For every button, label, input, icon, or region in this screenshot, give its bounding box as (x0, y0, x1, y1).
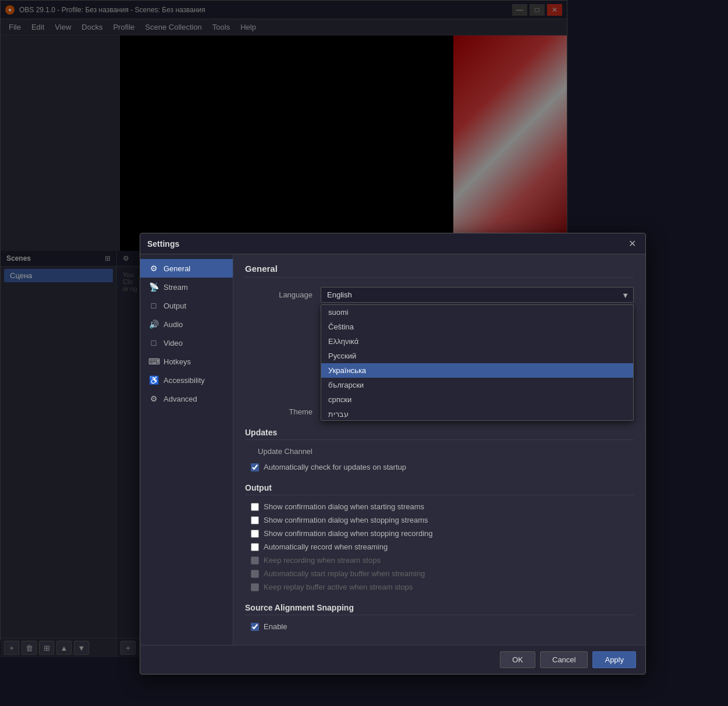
sidebar-item-output[interactable]: □ Output (140, 296, 233, 315)
cb1-label[interactable]: Show confirmation dialog when starting s… (264, 502, 424, 511)
settings-content: General Language English ▼ suomi Čeština (233, 254, 645, 645)
lang-option-cestina[interactable]: Čeština (321, 320, 633, 334)
cb4-row: Automatically record when streaming (245, 542, 634, 551)
cb4-label[interactable]: Automatically record when streaming (264, 542, 388, 551)
settings-sidebar: ⚙ General 📡 Stream □ Output 🔊 Audio □ (140, 254, 233, 645)
sidebar-label-stream: Stream (164, 283, 188, 292)
cb7-checkbox (251, 583, 259, 591)
language-dropdown[interactable]: English ▼ (321, 287, 634, 303)
sidebar-item-accessibility[interactable]: ♿ Accessibility (140, 371, 233, 389)
sidebar-label-general: General (164, 264, 190, 273)
cb7-row: Keep replay buffer active when stream st… (245, 583, 634, 591)
update-channel-label: Update Channel (245, 447, 321, 456)
apply-button[interactable]: Apply (592, 651, 636, 668)
lang-option-serbian[interactable]: српски (321, 392, 633, 407)
language-options-list: suomi Čeština Ελληνικά Русский Українськ… (321, 304, 634, 421)
settings-dialog: Settings ✕ ⚙ General 📡 Stream □ Output (140, 233, 646, 675)
settings-overlay: Settings ✕ ⚙ General 📡 Stream □ Output (0, 0, 728, 706)
cb6-row: Automatically start replay buffer when s… (245, 569, 634, 578)
cb6-label: Automatically start replay buffer when s… (264, 569, 425, 578)
updates-section-title: Updates (245, 428, 634, 440)
settings-titlebar: Settings ✕ (140, 233, 645, 254)
audio-icon: 🔊 (148, 320, 159, 329)
cb2-label[interactable]: Show confirmation dialog when stopping s… (264, 516, 428, 524)
cb5-row: Keep recording when stream stops (245, 556, 634, 565)
cb3-row: Show confirmation dialog when stopping r… (245, 529, 634, 538)
cb5-checkbox (251, 556, 259, 565)
cb3-checkbox[interactable] (251, 530, 259, 538)
hotkeys-icon: ⌨ (148, 357, 159, 366)
sidebar-item-hotkeys[interactable]: ⌨ Hotkeys (140, 352, 233, 371)
lang-option-ukrainian[interactable]: Українська (321, 363, 633, 378)
update-channel-row: Update Channel (245, 447, 634, 456)
sidebar-label-output: Output (164, 301, 186, 310)
auto-check-label[interactable]: Automatically check for updates on start… (264, 463, 406, 471)
language-label: Language (245, 290, 321, 299)
lang-option-suomi[interactable]: suomi (321, 305, 633, 320)
auto-check-row: Automatically check for updates on start… (245, 463, 634, 471)
settings-body: ⚙ General 📡 Stream □ Output 🔊 Audio □ (140, 254, 645, 645)
sidebar-label-advanced: Advanced (164, 395, 197, 403)
output-section-title: Output (245, 483, 634, 495)
cancel-button[interactable]: Cancel (540, 651, 588, 668)
advanced-icon: ⚙ (148, 394, 159, 403)
section-title-general: General (245, 264, 634, 278)
snapping-section-title: Source Alignment Snapping (245, 603, 634, 615)
enable-row: Enable (245, 622, 634, 631)
output-icon: □ (148, 301, 159, 310)
theme-label: Theme (245, 407, 321, 416)
enable-checkbox[interactable] (251, 623, 259, 631)
lang-option-greek[interactable]: Ελληνικά (321, 334, 633, 349)
accessibility-icon: ♿ (148, 375, 159, 385)
video-icon: □ (148, 338, 159, 347)
sidebar-label-accessibility: Accessibility (164, 376, 205, 385)
cb1-checkbox[interactable] (251, 503, 259, 511)
cb5-label: Keep recording when stream stops (264, 556, 381, 565)
sidebar-item-general[interactable]: ⚙ General (140, 259, 233, 278)
sidebar-item-video[interactable]: □ Video (140, 334, 233, 352)
settings-close-button[interactable]: ✕ (626, 238, 638, 249)
cb3-label[interactable]: Show confirmation dialog when stopping r… (264, 529, 433, 538)
sidebar-label-hotkeys: Hotkeys (164, 357, 191, 366)
lang-option-russian[interactable]: Русский (321, 349, 633, 363)
settings-footer: OK Cancel Apply (140, 645, 645, 674)
cb7-label: Keep replay buffer active when stream st… (264, 583, 413, 591)
sidebar-label-audio: Audio (164, 320, 183, 329)
gear-icon: ⚙ (148, 264, 159, 273)
lang-option-bulgarian[interactable]: български (321, 378, 633, 392)
cb1-row: Show confirmation dialog when starting s… (245, 502, 634, 511)
sidebar-item-audio[interactable]: 🔊 Audio (140, 315, 233, 334)
cb6-checkbox (251, 570, 259, 578)
sidebar-label-video: Video (164, 339, 183, 347)
language-control: English ▼ suomi Čeština Ελληνικά Русский… (321, 287, 634, 303)
lang-option-hebrew[interactable]: עברית (321, 407, 633, 421)
sidebar-item-stream[interactable]: 📡 Stream (140, 278, 233, 296)
language-row: Language English ▼ suomi Čeština Ελληνικ… (245, 287, 634, 303)
enable-label[interactable]: Enable (264, 622, 287, 631)
stream-icon: 📡 (148, 282, 159, 292)
dropdown-arrow-icon: ▼ (622, 290, 629, 299)
sidebar-item-advanced[interactable]: ⚙ Advanced (140, 389, 233, 408)
language-value: English (327, 290, 352, 299)
ok-button[interactable]: OK (500, 651, 535, 668)
cb2-row: Show confirmation dialog when stopping s… (245, 516, 634, 524)
auto-check-checkbox[interactable] (251, 463, 259, 471)
settings-title: Settings (147, 239, 179, 249)
cb2-checkbox[interactable] (251, 516, 259, 524)
cb4-checkbox[interactable] (251, 543, 259, 551)
